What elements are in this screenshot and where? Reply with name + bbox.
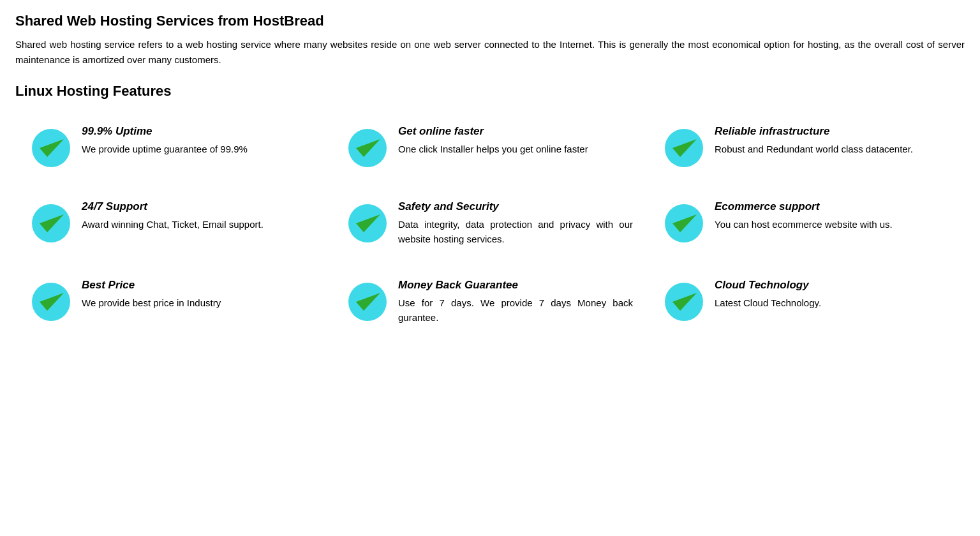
- feature-description: Latest Cloud Technology.: [715, 295, 949, 310]
- feature-title: Reliable infrastructure: [715, 125, 949, 138]
- feature-title: Money Back Guarantee: [398, 279, 633, 292]
- feature-description: We provide uptime guarantee of 99.9%: [82, 142, 316, 156]
- feature-content: Best PriceWe provide best price in Indus…: [82, 279, 316, 310]
- feature-content: Cloud TechnologyLatest Cloud Technology.: [715, 279, 949, 310]
- page-title: Shared Web Hosting Services from HostBre…: [15, 13, 965, 29]
- feature-item: Best PriceWe provide best price in Indus…: [15, 266, 332, 345]
- checkmark-icon: [664, 128, 704, 168]
- section-title: Linux Hosting Features: [15, 83, 965, 100]
- feature-description: We provide best price in Industry: [82, 295, 316, 310]
- feature-item: Get online fasterOne click Installer hel…: [332, 112, 648, 188]
- feature-content: Safety and SecurityData integrity, data …: [398, 200, 633, 247]
- checkmark-icon: [347, 128, 388, 168]
- checkmark-icon: [664, 281, 704, 322]
- feature-description: You can host ecommerce website with us.: [715, 217, 949, 232]
- feature-content: Money Back GuaranteeUse for 7 days. We p…: [398, 279, 633, 325]
- feature-title: 24/7 Support: [82, 200, 316, 213]
- checkmark-icon: [31, 128, 71, 168]
- checkmark-icon: [664, 203, 704, 244]
- feature-title: Best Price: [82, 279, 316, 292]
- checkmark-icon: [31, 281, 71, 322]
- checkmark-icon: [347, 281, 388, 322]
- feature-description: Award winning Chat, Ticket, Email suppor…: [82, 217, 316, 232]
- feature-title: Ecommerce support: [715, 200, 949, 213]
- feature-content: 24/7 SupportAward winning Chat, Ticket, …: [82, 200, 316, 232]
- feature-description: Use for 7 days. We provide 7 days Money …: [398, 295, 633, 325]
- features-grid: 99.9% UptimeWe provide uptime guarantee …: [15, 112, 965, 344]
- feature-description: Robust and Redundant world class datacen…: [715, 142, 949, 156]
- feature-item: Money Back GuaranteeUse for 7 days. We p…: [332, 266, 648, 345]
- feature-item: Reliable infrastructureRobust and Redund…: [648, 112, 965, 188]
- intro-paragraph: Shared web hosting service refers to a w…: [15, 37, 965, 68]
- feature-content: 99.9% UptimeWe provide uptime guarantee …: [82, 125, 316, 156]
- checkmark-icon: [31, 203, 71, 244]
- feature-item: 99.9% UptimeWe provide uptime guarantee …: [15, 112, 332, 188]
- feature-title: Cloud Technology: [715, 279, 949, 292]
- feature-title: 99.9% Uptime: [82, 125, 316, 138]
- feature-description: One click Installer helps you get online…: [398, 142, 633, 156]
- feature-item: 24/7 SupportAward winning Chat, Ticket, …: [15, 188, 332, 266]
- feature-item: Safety and SecurityData integrity, data …: [332, 188, 648, 266]
- feature-item: Ecommerce supportYou can host ecommerce …: [648, 188, 965, 266]
- feature-description: Data integrity, data protection and priv…: [398, 217, 633, 247]
- checkmark-icon: [347, 203, 388, 244]
- feature-content: Ecommerce supportYou can host ecommerce …: [715, 200, 949, 232]
- feature-item: Cloud TechnologyLatest Cloud Technology.: [648, 266, 965, 345]
- feature-content: Get online fasterOne click Installer hel…: [398, 125, 633, 156]
- feature-title: Safety and Security: [398, 200, 633, 213]
- feature-title: Get online faster: [398, 125, 633, 138]
- feature-content: Reliable infrastructureRobust and Redund…: [715, 125, 949, 156]
